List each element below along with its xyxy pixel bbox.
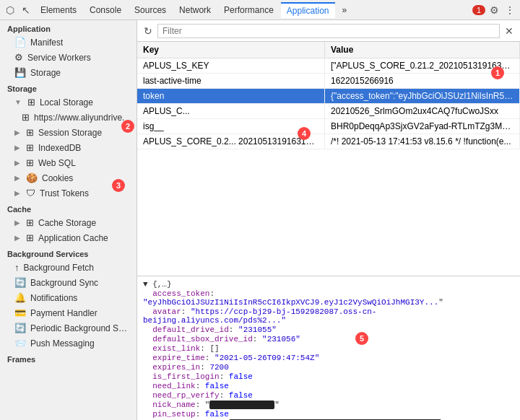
table-row-selected[interactable]: token {"access_token":"eyJhbGciOiJSUzI1N…	[137, 89, 520, 104]
trust-tokens-icon: 🛡	[26, 188, 35, 198]
detail-row: access_token: "eyJhbGciOiJSUzI1NiIsInR5c…	[143, 289, 514, 307]
main-layout: Application 📄 Manifest ⚙ Service Workers…	[0, 20, 520, 420]
expand-arrow-7: ▶	[14, 219, 20, 227]
sidebar-item-label-web-sql: Web SQL	[38, 158, 76, 168]
detail-bracket: ▼ {,…}	[143, 280, 514, 289]
tab-elements[interactable]: Elements	[35, 3, 82, 17]
top-bar: ⬡ ↖ Elements Console Sources Network Per…	[0, 0, 520, 20]
row-value: BHR0pDeqqAp3SjxGV2aFyad-RTLmTZg3Mg-i...	[325, 119, 520, 134]
row-key: isg__	[137, 119, 325, 134]
expand-arrow-6: ▶	[14, 189, 20, 197]
expand-arrow-4: ▶	[14, 159, 20, 167]
sidebar-item-label-cookies: Cookies	[42, 173, 73, 183]
table-row[interactable]: last-active-time 1622015266916	[137, 74, 520, 89]
expand-arrow-2: ▶	[14, 128, 20, 136]
sidebar-item-label-notifications: Notifications	[30, 293, 77, 303]
detail-row: need_link: false	[143, 382, 514, 390]
sidebar-item-label-indexeddb: IndexedDB	[38, 143, 81, 153]
tab-application[interactable]: Application	[281, 2, 335, 18]
sidebar-item-bg-fetch[interactable]: ↑ Background Fetch	[0, 260, 136, 275]
row-value: /*! 2021-05-13 17:41:53 v8.15.6 */ !func…	[325, 134, 520, 149]
expand-arrow-3: ▶	[14, 144, 20, 152]
service-workers-icon: ⚙	[14, 52, 23, 63]
sidebar-item-storage[interactable]: 💾 Storage	[0, 65, 136, 80]
local-storage-icon: ⊞	[27, 97, 35, 108]
sidebar-item-local-storage[interactable]: ▼ ⊞ Local Storage	[0, 95, 136, 110]
tab-network[interactable]: Network	[173, 3, 217, 17]
row-value: 20210526_SrlmGOm2ux4CAQ7fuCwoJSxx	[325, 104, 520, 118]
sidebar-item-cookies[interactable]: ▶ 🍪 Cookies	[0, 170, 136, 185]
sidebar-item-aliyundrive[interactable]: ⊞ https://www.aliyundrive.	[0, 110, 136, 125]
sidebar-item-cache-storage[interactable]: ▶ ⊞ Cache Storage	[0, 215, 136, 230]
sidebar-item-manifest[interactable]: 📄 Manifest	[0, 35, 136, 50]
bg-sync-icon: 🔄	[14, 277, 26, 288]
col-header-value: Value	[325, 42, 520, 58]
detail-row: exist_link: []	[143, 344, 514, 353]
row-value: ["APLUS_S_CORE_0.21.2_20210513191631_2a.…	[325, 58, 520, 73]
tab-console[interactable]: Console	[84, 3, 127, 17]
table-row[interactable]: APLUS_S_CORE_0.2... 20210513191631_2ad..…	[137, 134, 520, 149]
sidebar-item-push-messaging[interactable]: 📨 Push Messaging	[0, 336, 136, 351]
table-row[interactable]: APLUS_C... 20210526_SrlmGOm2ux4CAQ7fuCwo…	[137, 104, 520, 119]
table-row[interactable]: isg__ BHR0pDeqqAp3SjxGV2aFyad-RTLmTZg3Mg…	[137, 119, 520, 134]
row-key: token	[137, 89, 325, 103]
sidebar-item-trust-tokens[interactable]: ▶ 🛡 Trust Tokens	[0, 185, 136, 201]
notifications-icon: 🔔	[14, 292, 26, 303]
clear-filter-button[interactable]: ✕	[503, 25, 516, 37]
table-row[interactable]: APLUS_LS_KEY ["APLUS_S_CORE_0.21.2_20210…	[137, 58, 520, 74]
settings-icon[interactable]: ⚙	[487, 3, 501, 17]
sidebar-item-label-aliyundrive: https://www.aliyundrive.	[34, 113, 124, 123]
refresh-button[interactable]: ↻	[142, 25, 155, 37]
expand-arrow-8: ▶	[14, 234, 20, 242]
filter-input[interactable]	[157, 24, 500, 38]
sidebar-item-web-sql[interactable]: ▶ ⊞ Web SQL	[0, 155, 136, 170]
sidebar-item-notifications[interactable]: 🔔 Notifications	[0, 290, 136, 305]
table-header: Key Value	[137, 42, 520, 58]
periodic-bg-sync-icon: 🔄	[14, 323, 26, 333]
sidebar: Application 📄 Manifest ⚙ Service Workers…	[0, 20, 137, 420]
sidebar-item-label-cache-storage: Cache Storage	[38, 218, 96, 228]
sidebar-item-bg-sync[interactable]: 🔄 Background Sync	[0, 275, 136, 290]
detail-row: pin_setup: false	[143, 410, 514, 419]
tab-sources[interactable]: Sources	[129, 3, 172, 17]
devtools-icon[interactable]: ⬡	[3, 3, 17, 17]
section-title-application: Application	[0, 20, 136, 35]
detail-panel: ▼ {,…} access_token: "eyJhbGciOiJSUzI1Ni…	[137, 276, 520, 420]
tab-more[interactable]: »	[337, 3, 353, 17]
right-panel: ↻ ✕ Key Value APLUS_LS_KEY ["APLUS_S_COR…	[137, 20, 520, 420]
detail-row: nick_name: "REDACTED_NAME"	[143, 401, 514, 409]
sidebar-item-label-manifest: Manifest	[30, 38, 63, 48]
sidebar-item-session-storage[interactable]: ▶ ⊞ Session Storage	[0, 125, 136, 140]
detail-row: default_sbox_drive_id: "231056"	[143, 335, 514, 344]
row-key: APLUS_S_CORE_0.2... 20210513191631_2ad..…	[137, 134, 325, 149]
cache-storage-icon: ⊞	[26, 217, 34, 228]
inspect-icon[interactable]: ↖	[19, 3, 33, 17]
indexeddb-icon: ⊞	[26, 142, 34, 153]
sidebar-item-label-push-messaging: Push Messaging	[30, 338, 95, 349]
tab-performance[interactable]: Performance	[218, 3, 280, 17]
row-key: last-active-time	[137, 74, 325, 88]
sidebar-item-payment-handler[interactable]: 💳 Payment Handler	[0, 305, 136, 320]
payment-handler-icon: 💳	[14, 307, 26, 318]
aliyundrive-icon: ⊞	[22, 112, 30, 123]
cookies-icon: 🍪	[26, 172, 38, 183]
detail-row: expires_in: 7200	[143, 363, 514, 372]
detail-row: need_rp_verify: false	[143, 391, 514, 400]
sidebar-item-label-service-workers: Service Workers	[27, 53, 91, 63]
sidebar-item-label-periodic-bg-sync: Periodic Background Sync	[30, 323, 131, 333]
sidebar-item-periodic-bg-sync[interactable]: 🔄 Periodic Background Sync	[0, 320, 136, 336]
row-value: 1622015266916	[325, 74, 520, 88]
app-cache-icon: ⊞	[26, 232, 34, 243]
manifest-icon: 📄	[14, 37, 26, 48]
filter-bar: ↻ ✕	[137, 20, 520, 42]
storage-table: Key Value APLUS_LS_KEY ["APLUS_S_CORE_0.…	[137, 42, 520, 276]
col-header-key: Key	[137, 42, 325, 58]
sidebar-item-label-storage: Storage	[30, 68, 61, 78]
detail-row: default_drive_id: "231055"	[143, 325, 514, 334]
sidebar-item-app-cache[interactable]: ▶ ⊞ Application Cache	[0, 230, 136, 245]
sidebar-item-indexeddb[interactable]: ▶ ⊞ IndexedDB	[0, 140, 136, 155]
sidebar-item-service-workers[interactable]: ⚙ Service Workers	[0, 50, 136, 65]
section-title-storage: Storage	[0, 80, 136, 95]
more-icon[interactable]: ⋮	[503, 3, 517, 17]
section-title-bg-services: Background Services	[0, 245, 136, 260]
